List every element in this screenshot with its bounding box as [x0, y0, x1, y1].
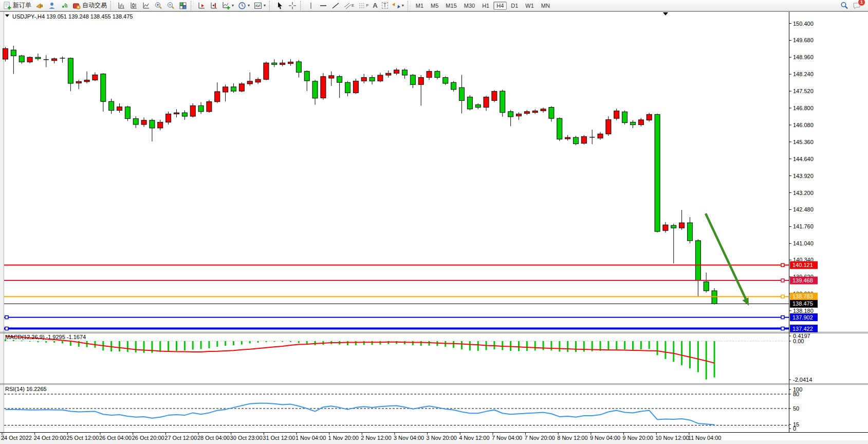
auto-scroll-button[interactable] — [195, 0, 208, 11]
fibonacci-icon — [358, 2, 366, 10]
bear-candle — [296, 62, 301, 73]
macd-histogram-bar — [477, 341, 479, 351]
bull-candle — [679, 223, 685, 228]
fibonacci-button[interactable]: F — [356, 0, 371, 11]
text-label-icon: T — [382, 2, 388, 9]
bull-candle — [329, 76, 334, 78]
bear-candle — [410, 75, 415, 84]
bull-candle — [606, 119, 611, 134]
equidistant-channel-button[interactable]: E — [342, 0, 356, 11]
terminal-window: 新订单 自动交易 — [0, 0, 868, 444]
chevron-down-icon: ▾ — [264, 2, 266, 10]
time-tick-label: 7 Nov 20:00 — [525, 435, 555, 441]
bear-candle — [198, 105, 204, 111]
price-tick-label: 143.920 — [793, 173, 814, 179]
macd-histogram-bar — [200, 341, 202, 349]
bull-candle — [190, 105, 195, 116]
price-tick-label: 146.080 — [793, 122, 814, 128]
arrows-button[interactable]: ▾ — [390, 0, 406, 11]
cursor-button[interactable] — [274, 0, 286, 11]
auto-trading-button[interactable]: 自动交易 — [70, 0, 109, 11]
bar-chart-mode-button[interactable] — [115, 0, 127, 11]
line-handle[interactable] — [781, 279, 784, 282]
trendline-button[interactable] — [329, 0, 342, 11]
bear-candle — [557, 118, 562, 139]
bull-candle — [255, 79, 261, 82]
bear-candle — [109, 101, 114, 110]
bear-candle — [272, 63, 277, 64]
macd-histogram-bar — [518, 341, 520, 351]
signals-button[interactable] — [58, 0, 70, 11]
search-button[interactable] — [838, 0, 851, 11]
bear-candle — [337, 77, 342, 82]
auto-trading-icon — [72, 2, 81, 10]
macd-histogram-bar — [436, 341, 438, 346]
timeframe-toolbar: M1M5M15M30H1H4D1W1MN — [412, 2, 553, 10]
timeframe-w1-button[interactable]: W1 — [522, 2, 537, 10]
trendline-icon — [331, 2, 340, 10]
chart-shift-button[interactable] — [208, 0, 220, 11]
candlestick-mode-button[interactable] — [127, 0, 140, 11]
line-handle[interactable] — [781, 327, 784, 330]
bull-candle — [76, 81, 81, 83]
line-handle[interactable] — [781, 295, 784, 298]
macd-histogram-bar — [184, 341, 186, 350]
search-icon — [840, 2, 848, 10]
price-badge-label: 138.475 — [792, 300, 813, 307]
time-tick-label: 3 Nov 20:00 — [427, 435, 457, 441]
macd-histogram-bar — [607, 341, 609, 350]
new-order-button[interactable]: 新订单 — [1, 0, 33, 11]
line-handle[interactable] — [781, 263, 784, 267]
macd-histogram-bar — [119, 341, 120, 351]
timeframe-h4-button[interactable]: H4 — [493, 2, 507, 10]
vertical-line-icon — [307, 2, 315, 10]
bull-candle — [207, 102, 212, 112]
chat-button[interactable]: 1 — [851, 0, 863, 11]
timeframe-m15-button[interactable]: M15 — [442, 2, 459, 10]
macd-histogram-bar — [273, 341, 275, 342]
timeframe-m30-button[interactable]: M30 — [461, 2, 478, 10]
new-chart-button[interactable]: ▾ — [220, 0, 236, 11]
templates-button[interactable]: ▾ — [252, 0, 268, 11]
line-chart-mode-button[interactable] — [140, 0, 152, 11]
bear-candle — [704, 282, 709, 291]
trumpet-button[interactable] — [33, 0, 46, 11]
macd-histogram-bar — [379, 341, 381, 345]
time-tick-label: 9 Nov 04:00 — [590, 435, 620, 441]
text-label-button[interactable]: T — [380, 0, 390, 11]
clock-icon — [238, 2, 246, 10]
macd-histogram-bar — [372, 341, 373, 345]
chart-canvas[interactable]: MACD(12,26,9) -1.9295 -1.1674RSI(14) 16.… — [0, 0, 868, 444]
zoom-out-button[interactable] — [164, 0, 177, 11]
text-button[interactable]: A — [371, 0, 379, 11]
bear-candle — [443, 78, 448, 83]
macd-histogram-bar — [681, 341, 682, 365]
time-tick-label: 8 Nov 12:00 — [557, 435, 587, 441]
macd-histogram-bar — [510, 341, 511, 351]
time-tick-label: 1 Nov 04:00 — [296, 435, 326, 441]
bull-candle — [492, 92, 497, 101]
timeframe-d1-button[interactable]: D1 — [508, 2, 521, 10]
horizontal-line-button[interactable] — [317, 0, 329, 11]
channel-icon — [344, 2, 352, 10]
contact-button[interactable] — [46, 0, 58, 11]
line-handle[interactable] — [781, 316, 784, 319]
macd-histogram-bar — [290, 341, 291, 342]
timeframe-m1-button[interactable]: M1 — [413, 2, 427, 10]
macd-histogram-bar — [575, 341, 577, 352]
tile-windows-button[interactable] — [177, 0, 189, 11]
vertical-line-button[interactable] — [305, 0, 317, 11]
price-tick-label: 142.480 — [793, 206, 814, 212]
timeframe-h1-button[interactable]: H1 — [479, 2, 492, 10]
timeframe-mn-button[interactable]: MN — [538, 2, 553, 10]
line-handle[interactable] — [5, 316, 8, 319]
time-tick-label: 9 Nov 20:00 — [623, 435, 653, 441]
line-handle[interactable] — [5, 327, 8, 330]
bear-candle — [101, 74, 106, 101]
bull-candle — [598, 134, 603, 138]
timeframe-m5-button[interactable]: M5 — [428, 2, 441, 10]
crosshair-button[interactable] — [286, 0, 299, 11]
zoom-in-button[interactable] — [152, 0, 164, 11]
macd-histogram-bar — [53, 341, 55, 343]
periods-button[interactable]: ▾ — [236, 0, 252, 11]
